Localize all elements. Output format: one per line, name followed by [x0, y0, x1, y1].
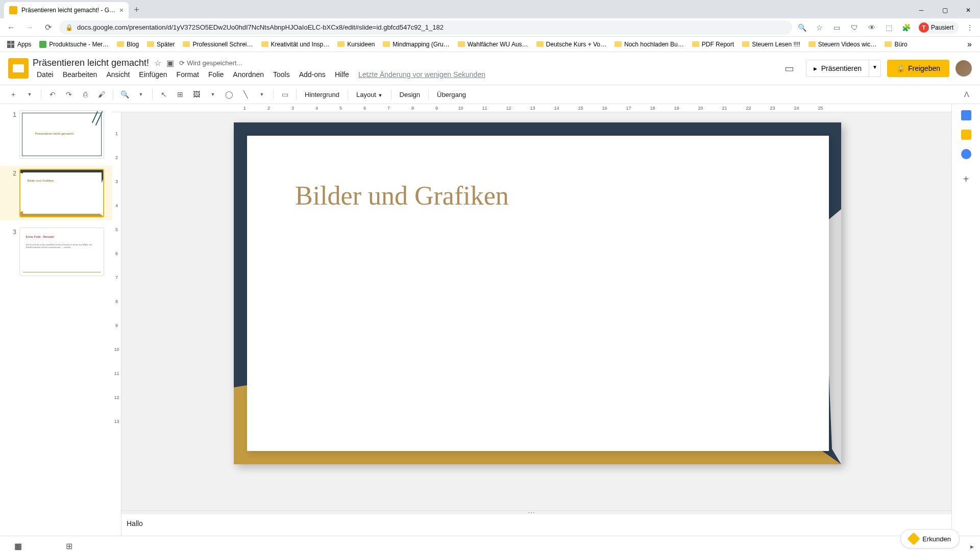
slide[interactable]: Bilder und Grafiken — [234, 122, 841, 464]
zoom-icon[interactable]: 🔍 — [796, 21, 808, 34]
reader-icon[interactable]: ▭ — [831, 21, 843, 34]
menu-einfuegen[interactable]: Einfügen — [135, 69, 171, 80]
layout-button[interactable]: Layout ▼ — [352, 91, 387, 98]
folder-icon — [536, 41, 544, 47]
notes-resize-handle[interactable] — [112, 510, 951, 514]
transition-button[interactable]: Übergang — [433, 91, 470, 98]
expand-notes-icon[interactable]: ▸ — [970, 542, 974, 550]
document-title[interactable]: Präsentieren leicht gemacht! — [33, 58, 149, 68]
menu-bearbeiten[interactable]: Bearbeiten — [59, 69, 102, 80]
slide-content-box[interactable]: Bilder und Grafiken — [247, 136, 829, 451]
slide-thumbnail-2[interactable]: 2 Bilder und Grafiken — [0, 166, 112, 220]
reload-button[interactable]: ⟳ — [41, 20, 55, 35]
blocker-icon[interactable]: 🛡 — [848, 21, 861, 34]
bookmark-item[interactable]: Mindmapping (Gru… — [380, 39, 452, 50]
slide-title[interactable]: Bilder und Grafiken — [295, 181, 509, 211]
design-button[interactable]: Design — [396, 91, 424, 98]
star-icon[interactable]: ☆ — [154, 58, 161, 68]
close-window-button[interactable]: ✕ — [957, 2, 980, 18]
incognito-icon[interactable]: 👁 — [866, 21, 878, 34]
profile-chip[interactable]: T Pausiert — [918, 21, 959, 34]
star-icon[interactable]: ☆ — [814, 21, 826, 34]
keep-icon[interactable] — [961, 130, 971, 140]
explore-button[interactable]: Erkunden — [900, 529, 960, 548]
browser-tab-strip: Präsentieren leicht gemacht! - G… × + ─ … — [0, 0, 980, 18]
bottom-bar: ▦ ⊞ Erkunden ▸ — [0, 536, 980, 551]
paint-format-button[interactable]: 🖌 — [94, 87, 109, 102]
image-tool[interactable]: 🖼 — [189, 87, 204, 102]
menu-format[interactable]: Format — [173, 69, 203, 80]
bookmark-item[interactable]: Wahlfächer WU Aus… — [455, 39, 531, 50]
horizontal-ruler[interactable]: 1 2 3 4 5 6 7 8 9 10 11 12 13 14 15 16 1… — [112, 104, 951, 112]
bookmark-item[interactable]: PDF Report — [689, 39, 737, 50]
slides-logo[interactable] — [8, 58, 29, 79]
slide-canvas[interactable]: Bilder und Grafiken — [112, 112, 951, 510]
menu-folie[interactable]: Folie — [204, 69, 228, 80]
background-button[interactable]: Hintergrund — [301, 91, 344, 98]
filmstrip-view-button[interactable]: ▦ — [10, 539, 26, 552]
last-edit-link[interactable]: Letzte Änderung vor wenigen Sekunden — [354, 69, 489, 80]
bookmark-item[interactable]: Blog — [114, 39, 142, 50]
maximize-button[interactable]: ▢ — [933, 2, 957, 18]
bookmark-item[interactable]: Steuern Videos wic… — [805, 39, 880, 50]
present-dropdown[interactable]: ▼ — [869, 60, 881, 77]
redo-button[interactable]: ↷ — [62, 87, 76, 102]
new-tab-button[interactable]: + — [129, 2, 144, 18]
account-avatar[interactable] — [955, 60, 972, 77]
present-button[interactable]: ▸ Präsentieren — [806, 60, 869, 77]
comment-tool[interactable]: ▭ — [278, 87, 292, 102]
apps-button[interactable]: Apps — [4, 39, 34, 50]
folder-icon — [742, 41, 749, 47]
comments-button[interactable]: ▭ — [779, 58, 800, 79]
print-button[interactable]: ⎙ — [78, 87, 92, 102]
menu-addons[interactable]: Add-ons — [295, 69, 330, 80]
zoom-button[interactable]: 🔍 — [117, 87, 132, 102]
select-tool[interactable]: ↖ — [157, 87, 171, 102]
minimize-button[interactable]: ─ — [910, 2, 933, 18]
bookmark-item[interactable]: Professionell Schrei… — [180, 39, 256, 50]
bookmark-item[interactable]: Später — [144, 39, 178, 50]
line-dropdown[interactable]: ▼ — [255, 87, 269, 102]
undo-button[interactable]: ↶ — [45, 87, 60, 102]
line-tool[interactable]: ╲ — [238, 87, 253, 102]
new-slide-dropdown[interactable]: ▼ — [22, 87, 37, 102]
zoom-dropdown[interactable]: ▼ — [134, 87, 148, 102]
bookmarks-overflow[interactable]: » — [963, 40, 976, 49]
close-tab-icon[interactable]: × — [119, 6, 124, 14]
browser-tab[interactable]: Präsentieren leicht gemacht! - G… × — [4, 2, 129, 18]
slide-thumbnail-1[interactable]: 1 Präsentieren leicht gemacht! — [10, 110, 104, 159]
menu-tools[interactable]: Tools — [269, 69, 294, 80]
new-slide-button[interactable]: + — [6, 87, 20, 102]
bookmark-item[interactable]: Noch hochladen Bu… — [611, 39, 687, 50]
add-addon-icon[interactable]: + — [963, 173, 969, 185]
extensions-icon[interactable]: ⬚ — [883, 21, 895, 34]
menu-icon[interactable]: ⋮ — [964, 21, 976, 34]
menu-ansicht[interactable]: Ansicht — [102, 69, 134, 80]
back-button[interactable]: ← — [4, 20, 18, 35]
menu-datei[interactable]: Datei — [33, 69, 58, 80]
bookmark-item[interactable]: Büro — [881, 39, 910, 50]
url-input[interactable]: 🔒 docs.google.com/presentation/d/1yV372S… — [59, 20, 792, 35]
textbox-tool[interactable]: ⊞ — [173, 87, 187, 102]
window-controls: ─ ▢ ✕ — [910, 2, 980, 18]
bookmark-item[interactable]: Produktsuche - Mer… — [36, 39, 112, 50]
slide-thumbnail-3[interactable]: 3 Erste Folie - Beispiel Die erste Folie… — [10, 228, 104, 276]
calendar-icon[interactable] — [961, 110, 971, 120]
shape-tool[interactable]: ◯ — [222, 87, 236, 102]
bookmark-item[interactable]: Deutsche Kurs + Vo… — [533, 39, 609, 50]
puzzle-icon[interactable]: 🧩 — [900, 21, 913, 34]
image-dropdown[interactable]: ▼ — [206, 87, 220, 102]
forward-button[interactable]: → — [22, 20, 37, 35]
bookmark-item[interactable]: Kursideen — [334, 39, 378, 50]
grid-view-button[interactable]: ⊞ — [61, 539, 77, 552]
bookmark-item[interactable]: Steuern Lesen !!!! — [739, 39, 803, 50]
profile-avatar-icon: T — [919, 22, 929, 33]
tasks-icon[interactable] — [961, 149, 971, 159]
share-button[interactable]: 🔒 Freigeben — [887, 60, 949, 77]
speaker-notes[interactable]: Hallo — [112, 514, 951, 536]
bookmark-item[interactable]: Kreativität und Insp… — [258, 39, 333, 50]
menu-anordnen[interactable]: Anordnen — [229, 69, 268, 80]
collapse-toolbar-button[interactable]: ᐱ — [960, 87, 974, 102]
menu-hilfe[interactable]: Hilfe — [331, 69, 353, 80]
move-icon[interactable]: ▣ — [166, 58, 174, 68]
